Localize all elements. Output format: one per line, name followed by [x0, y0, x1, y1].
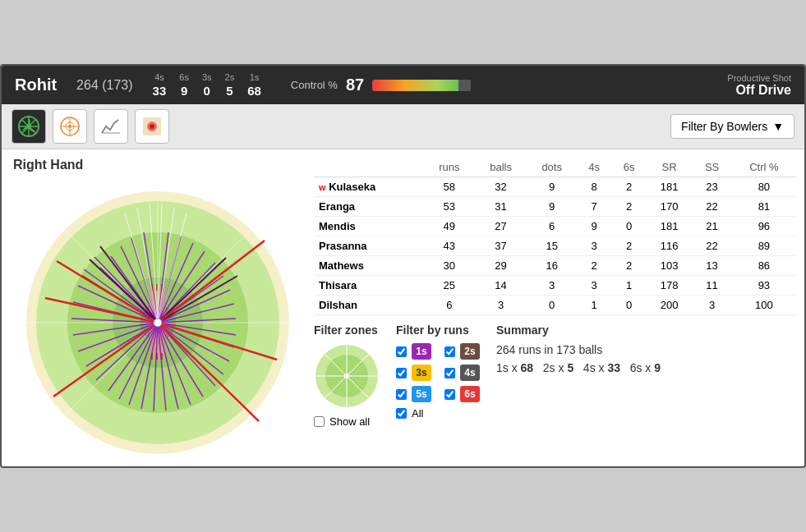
cell-sr-5: 178 — [647, 276, 693, 296]
cell-4s-4: 2 — [577, 256, 611, 276]
checkbox-1s[interactable] — [396, 346, 407, 357]
header: Rohit 264 (173) 4s 33 6s 9 3s 0 2s 5 1s … — [2, 66, 804, 104]
cell-sr-2: 181 — [647, 217, 693, 236]
cell-balls-2: 27 — [475, 217, 527, 236]
heatmap-icon — [140, 115, 164, 138]
checkbox-3s[interactable] — [396, 368, 407, 378]
left-panel: Right Hand — [10, 158, 306, 458]
wicket-marker: w — [319, 182, 326, 192]
filter-bowlers-label: Filter By Bowlers — [681, 120, 767, 133]
shot-stats: 4s 33 6s 9 3s 0 2s 5 1s 68 — [153, 72, 261, 98]
checkbox-6s[interactable] — [444, 389, 455, 400]
player-name: Rohit — [15, 76, 57, 94]
svg-point-14 — [150, 124, 154, 129]
checkbox-all[interactable] — [396, 408, 407, 419]
cell-6s-4: 2 — [611, 256, 646, 276]
cell-runs-3: 43 — [424, 236, 475, 256]
cell-balls-3: 37 — [475, 236, 527, 256]
bowler-name-0: w Kulaseka — [314, 177, 424, 197]
checkbox-5s[interactable] — [396, 389, 407, 400]
cell-balls-1: 31 — [475, 197, 527, 217]
show-all-checkbox[interactable] — [314, 416, 325, 427]
graph-icon — [99, 115, 122, 138]
cell-4s-6: 1 — [577, 296, 611, 315]
tool-heatmap[interactable] — [135, 109, 169, 144]
cell-6s-3: 2 — [611, 236, 646, 256]
stat-6s: 6s 9 — [179, 72, 189, 98]
tool-pitch-map[interactable] — [53, 109, 87, 144]
cell-sr-4: 103 — [647, 256, 693, 276]
run-item-all: All — [396, 407, 431, 420]
content: Right Hand — [2, 149, 804, 466]
cell-runs-6: 6 — [424, 296, 475, 315]
col-header-ctrl: Ctrl % — [732, 158, 796, 177]
cell-ctrl-0: 80 — [732, 177, 796, 197]
table-row: Eranga 53 31 9 7 2 170 22 81 — [314, 197, 796, 217]
cell-balls-5: 14 — [475, 276, 527, 296]
cell-sr-0: 181 — [647, 177, 693, 197]
run-item-5s: 5s — [396, 386, 431, 402]
tool-wagon-wheel[interactable] — [12, 109, 46, 144]
cell-balls-0: 32 — [475, 177, 527, 197]
show-all-label: Show all — [329, 415, 370, 428]
cell-dots-6: 0 — [527, 296, 577, 315]
cell-4s-5: 3 — [577, 276, 611, 296]
control-section: Control % 87 — [291, 76, 471, 94]
bowler-name-5: Thisara — [314, 276, 424, 296]
run-item-4s: 4s — [444, 365, 480, 381]
label-all: All — [412, 407, 423, 420]
bowler-name-3: Prasanna — [314, 236, 424, 256]
bowler-name-2: Mendis — [314, 217, 424, 236]
col-header-dots: dots — [527, 158, 577, 177]
cell-sr-6: 200 — [647, 296, 693, 315]
filter-bowlers-dropdown[interactable]: Filter By Bowlers ▼ — [670, 114, 794, 139]
summary-breakdown: 1s x 68 2s x 5 4s x 33 6s x 9 — [496, 361, 661, 374]
main-container: Rohit 264 (173) 4s 33 6s 9 3s 0 2s 5 1s … — [0, 64, 806, 468]
cell-ss-4: 13 — [692, 256, 731, 276]
stat-2s: 2s 5 — [225, 72, 235, 98]
cell-ctrl-5: 93 — [732, 276, 796, 296]
cell-dots-1: 9 — [527, 197, 577, 217]
stat-3s-value: 0 — [204, 84, 210, 98]
chevron-down-icon: ▼ — [772, 120, 784, 133]
productive-section: Productive Shot Off Drive — [727, 73, 791, 98]
filter-bottom: Filter zones — [314, 323, 796, 428]
cell-ss-2: 21 — [692, 217, 731, 236]
table-row: Dilshan 6 3 0 1 0 200 3 100 — [314, 296, 796, 315]
stat-6s-label: 6s — [179, 72, 189, 82]
stat-1s-label: 1s — [250, 72, 260, 82]
run-item-1s: 1s — [396, 343, 431, 360]
checkbox-2s[interactable] — [444, 346, 455, 357]
cell-ctrl-1: 81 — [732, 197, 796, 217]
wagon-wheel-icon — [17, 115, 40, 138]
control-bar — [372, 80, 471, 91]
cell-runs-4: 30 — [424, 256, 475, 276]
cell-ss-1: 22 — [692, 197, 731, 217]
summary-1s: 68 — [521, 361, 534, 374]
cell-runs-2: 49 — [424, 217, 475, 236]
table-row: w Kulaseka 58 32 9 8 2 181 23 80 — [314, 177, 796, 197]
mini-wagon-svg — [314, 343, 380, 409]
control-label: Control % — [291, 79, 338, 91]
mini-wagon-wheel — [314, 343, 380, 409]
filter-runs-title: Filter by runs — [396, 323, 480, 337]
stat-2s-label: 2s — [225, 72, 235, 82]
run-item-6s: 6s — [444, 386, 480, 402]
pitch-map-icon — [58, 115, 81, 138]
cell-4s-0: 8 — [577, 177, 611, 197]
cell-ctrl-2: 96 — [732, 217, 796, 236]
bowler-name-4: Mathews — [314, 256, 424, 276]
stat-3s-label: 3s — [202, 72, 212, 82]
checkbox-4s[interactable] — [444, 368, 455, 378]
wagon-wheel-svg — [22, 179, 293, 458]
stat-1s: 1s 68 — [247, 72, 261, 98]
tool-graph[interactable] — [94, 109, 128, 144]
stat-1s-value: 68 — [247, 84, 261, 98]
cell-ctrl-3: 89 — [732, 236, 796, 256]
table-row: Prasanna 43 37 15 3 2 116 22 89 — [314, 236, 796, 256]
control-bar-cover — [458, 80, 472, 91]
col-header-4s: 4s — [577, 158, 611, 177]
cell-dots-0: 9 — [527, 177, 577, 197]
right-panel: runs balls dots 4s 6s SR SS Ctrl % w Kul… — [314, 158, 796, 458]
col-header-ss: SS — [692, 158, 731, 177]
